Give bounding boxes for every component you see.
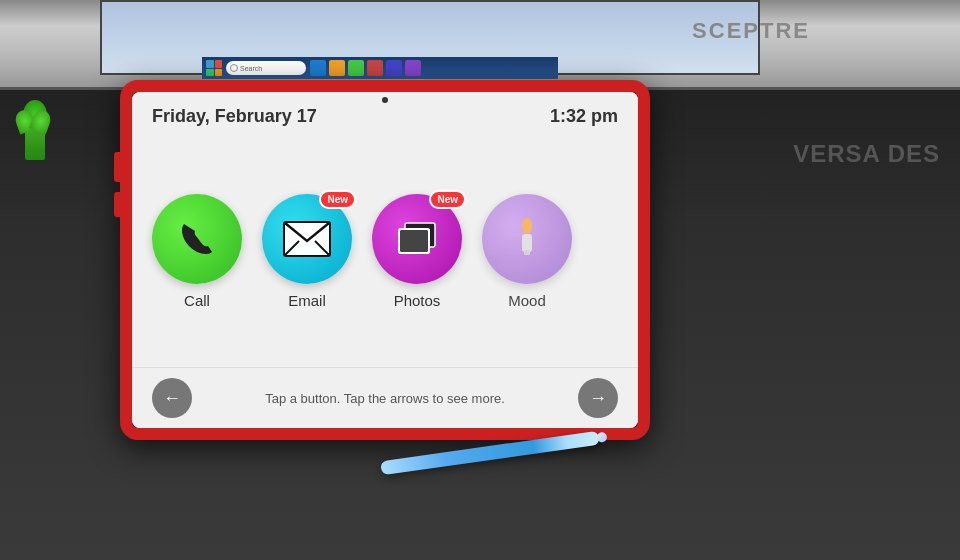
back-arrow-button[interactable]: ← <box>152 378 192 418</box>
date-display: Friday, February 17 <box>152 106 317 127</box>
sceptre-brand: SCEPTRE <box>692 18 810 44</box>
monitor-screen: Search <box>100 0 760 75</box>
mood-label: Mood <box>508 292 546 309</box>
monitor-background: Search <box>0 0 960 90</box>
mood-candle-icon <box>504 216 550 262</box>
volume-button-2[interactable] <box>114 192 120 217</box>
email-new-badge: New <box>319 190 356 209</box>
time-display: 1:32 pm <box>550 106 618 127</box>
mood-icon-button[interactable] <box>482 194 572 284</box>
phone-icon <box>174 216 220 262</box>
plant-decoration <box>20 90 50 160</box>
desk-background: Search SCEPTRE VERSA DES <box>0 0 960 560</box>
svg-rect-9 <box>524 250 530 255</box>
email-envelope-icon <box>281 219 333 259</box>
app-grid: Call New Email <box>132 135 638 367</box>
tablet-device[interactable]: Friday, February 17 1:32 pm Call <box>120 80 650 440</box>
svg-rect-5 <box>399 229 429 253</box>
volume-button-1[interactable] <box>114 152 120 182</box>
taskbar-icons <box>310 60 421 76</box>
screen-bottom-bar: ← Tap a button. Tap the arrows to see mo… <box>132 367 638 428</box>
photos-label: Photos <box>394 292 441 309</box>
taskbar-search[interactable]: Search <box>226 61 306 75</box>
app-call[interactable]: Call <box>152 194 242 309</box>
hint-text: Tap a button. Tap the arrows to see more… <box>265 391 505 406</box>
photos-icon <box>391 215 443 263</box>
camera-dot <box>382 97 388 103</box>
photos-new-badge: New <box>429 190 466 209</box>
call-label: Call <box>184 292 210 309</box>
svg-point-7 <box>522 218 532 234</box>
windows-taskbar: Search <box>202 57 558 79</box>
versa-brand: VERSA DES <box>793 140 940 168</box>
call-icon-button[interactable] <box>152 194 242 284</box>
app-email[interactable]: New Email <box>262 194 352 309</box>
app-mood[interactable]: Mood <box>482 194 572 309</box>
tablet-screen: Friday, February 17 1:32 pm Call <box>132 92 638 428</box>
svg-rect-8 <box>522 234 532 252</box>
forward-arrow-button[interactable]: → <box>578 378 618 418</box>
app-photos[interactable]: New Photos <box>372 194 462 309</box>
email-label: Email <box>288 292 326 309</box>
